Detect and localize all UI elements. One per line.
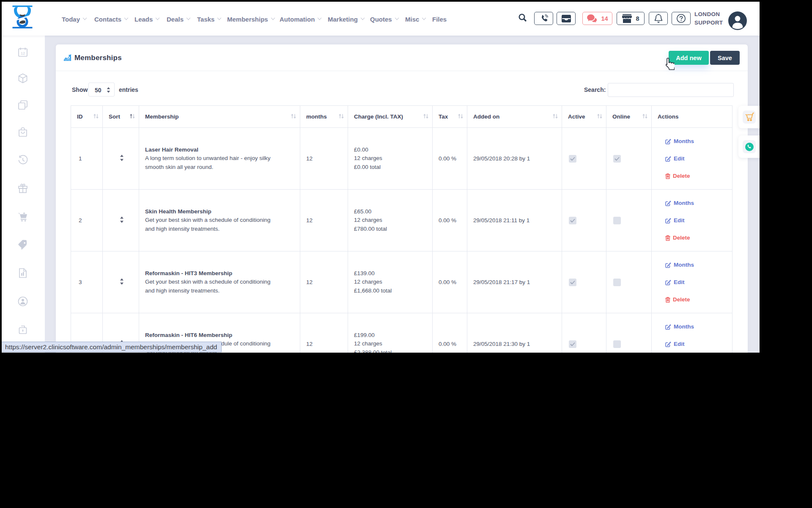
svg-text:12: 12 <box>21 51 25 55</box>
